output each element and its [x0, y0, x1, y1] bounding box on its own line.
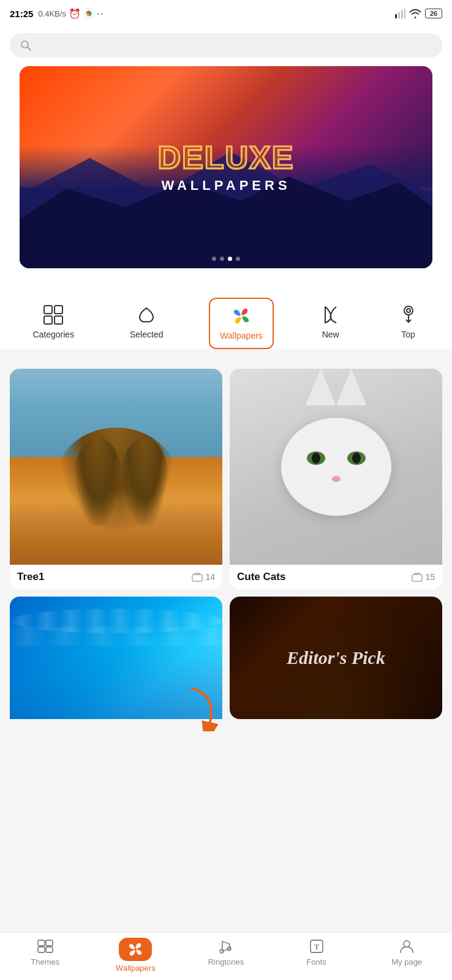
count-icon-tree1	[192, 573, 203, 582]
svg-rect-11	[44, 316, 52, 324]
banner-container: DELUXE WALLPAPERS	[0, 66, 452, 288]
tab-wallpapers[interactable]: Wallpapers	[209, 298, 274, 349]
wallpaper-card-tree1[interactable]: Tree1 14	[10, 369, 222, 589]
more-icon: ··	[97, 7, 104, 20]
tab-top-label: Top	[401, 330, 415, 339]
svg-rect-19	[38, 940, 45, 946]
svg-rect-17	[412, 575, 422, 581]
selected-icon	[135, 304, 157, 326]
dot-2	[220, 257, 224, 261]
banner-subtitle: WALLPAPERS	[158, 178, 295, 194]
tab-selected[interactable]: Selected	[120, 298, 173, 349]
svg-point-14	[404, 306, 413, 315]
svg-point-23	[134, 948, 137, 951]
tab-categories[interactable]: Categories	[23, 298, 84, 349]
status-network: 0.4KB/s	[38, 9, 66, 18]
wallpaper-img-editors: Editor's Pick	[230, 597, 442, 719]
nav-fonts[interactable]: T Fonts	[271, 938, 362, 973]
svg-rect-20	[46, 940, 53, 946]
status-icons: 26	[394, 8, 442, 19]
new-icon	[320, 304, 342, 326]
svg-rect-2	[398, 12, 400, 18]
nav-ringtones-label: Ringtones	[208, 957, 244, 967]
wallpaper-info-cat: Cute Cats 15	[230, 565, 442, 589]
svg-text:T: T	[314, 942, 319, 951]
svg-point-28	[404, 941, 410, 947]
wallpaper-card-cat[interactable]: Cute Cats 15	[230, 369, 442, 589]
dot-3	[228, 257, 232, 261]
categories-icon	[42, 304, 64, 326]
wallpaper-img-tree1	[10, 369, 222, 565]
nav-themes[interactable]: Themes	[0, 938, 91, 973]
nav-wallpapers-bg	[119, 938, 152, 961]
svg-rect-1	[395, 14, 397, 18]
nav-themes-label: Themes	[31, 957, 59, 967]
svg-rect-10	[55, 306, 62, 314]
nav-mypage-label: My page	[391, 957, 422, 967]
wallpaper-name-tree1: Tree1	[17, 571, 44, 583]
status-time: 21:25	[10, 9, 33, 19]
svg-point-24	[220, 949, 224, 953]
bottom-nav: Themes Wallpapers Ringtones	[0, 932, 452, 980]
top-icon	[397, 304, 420, 326]
fonts-nav-icon: T	[308, 938, 325, 955]
banner-dots	[212, 257, 240, 261]
banner-text-area: DELUXE WALLPAPERS	[158, 140, 295, 194]
nav-wallpapers[interactable]: Wallpapers	[91, 938, 181, 973]
search-icon	[20, 39, 32, 51]
tab-selected-label: Selected	[130, 330, 163, 339]
svg-rect-9	[44, 306, 52, 314]
arrow-indicator	[186, 682, 228, 731]
svg-rect-21	[38, 947, 45, 952]
status-info: 21:25 0.4KB/s ⏰ ··	[10, 7, 104, 20]
svg-rect-3	[401, 10, 403, 18]
nav-fonts-label: Fonts	[306, 957, 326, 967]
battery-container: 26	[425, 9, 442, 18]
count-icon-cat	[412, 573, 423, 582]
wallpaper-count-tree1: 14	[192, 572, 215, 582]
nav-ringtones[interactable]: Ringtones	[181, 938, 271, 973]
alarm-icon: ⏰	[69, 8, 81, 20]
nav-wallpapers-label: Wallpapers	[116, 963, 156, 973]
content-area: Tree1 14	[0, 359, 452, 780]
svg-point-15	[407, 309, 410, 312]
search-bar[interactable]	[10, 33, 442, 58]
wallpaper-img-cat	[230, 369, 442, 565]
tab-new[interactable]: New	[310, 298, 352, 349]
tabs: Categories Selected	[0, 298, 452, 349]
count-num-cat: 15	[425, 572, 435, 582]
signal-icon	[394, 8, 405, 19]
svg-rect-12	[55, 316, 62, 324]
svg-rect-4	[404, 9, 405, 18]
themes-nav-icon	[37, 938, 54, 955]
tabs-container: Categories Selected	[0, 288, 452, 349]
wallpaper-grid: Tree1 14	[0, 369, 452, 719]
dot-4	[236, 257, 240, 261]
dot-1	[212, 257, 216, 261]
nav-mypage[interactable]: My page	[361, 938, 452, 973]
ringtones-nav-icon	[217, 938, 235, 955]
wallpaper-info-tree1: Tree1 14	[10, 565, 222, 589]
wifi-icon	[409, 8, 421, 19]
count-num-tree1: 14	[205, 572, 215, 582]
mypage-nav-icon	[398, 938, 415, 955]
wallpaper-count-cat: 15	[412, 572, 435, 582]
svg-line-6	[28, 47, 31, 50]
tab-top[interactable]: Top	[388, 298, 429, 349]
tab-wallpapers-label: Wallpapers	[220, 331, 263, 341]
editors-pick-text: Editor's Pick	[287, 647, 385, 668]
wallpaper-card-editors[interactable]: Editor's Pick	[230, 597, 442, 719]
battery-icon: 26	[425, 9, 442, 18]
svg-rect-16	[192, 575, 202, 581]
wallpaper-card-waves[interactable]	[10, 597, 222, 719]
tab-categories-label: Categories	[32, 330, 74, 339]
google-icon	[83, 8, 94, 19]
svg-point-13	[240, 315, 243, 318]
tab-new-label: New	[322, 330, 339, 339]
wallpaper-name-cat: Cute Cats	[237, 571, 285, 583]
banner: DELUXE WALLPAPERS	[20, 66, 432, 268]
status-bar: 21:25 0.4KB/s ⏰ ·· 26	[0, 0, 452, 27]
search-container	[0, 27, 452, 66]
wallpapers-icon	[230, 305, 252, 327]
banner-title: DELUXE	[158, 140, 295, 175]
